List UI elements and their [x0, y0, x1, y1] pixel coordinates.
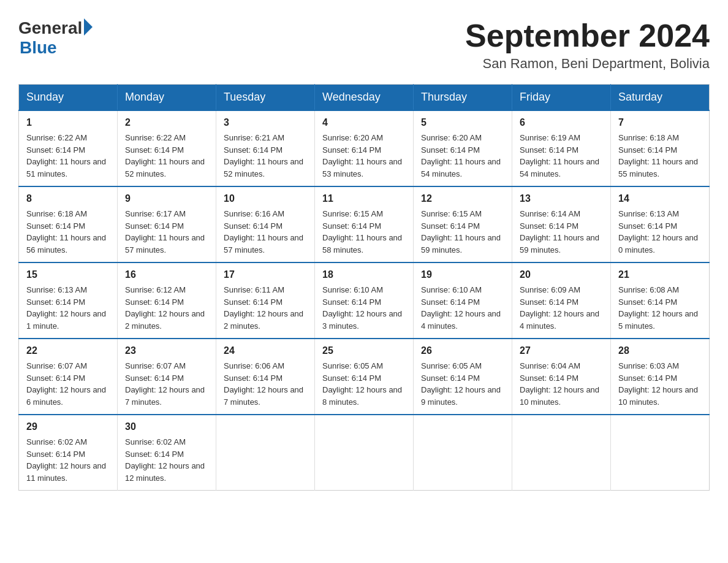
day-number: 2 [125, 117, 208, 128]
calendar-table: SundayMondayTuesdayWednesdayThursdayFrid… [18, 84, 710, 491]
day-info: Sunrise: 6:10 AMSunset: 6:14 PMDaylight:… [322, 284, 406, 332]
calendar-day-cell [512, 415, 611, 491]
day-info: Sunrise: 6:20 AMSunset: 6:14 PMDaylight:… [421, 132, 504, 180]
day-info: Sunrise: 6:02 AMSunset: 6:14 PMDaylight:… [125, 436, 208, 484]
day-number: 28 [618, 345, 702, 356]
calendar-day-cell: 14 Sunrise: 6:13 AMSunset: 6:14 PMDaylig… [611, 186, 710, 262]
calendar-day-cell: 5 Sunrise: 6:20 AMSunset: 6:14 PMDayligh… [414, 110, 512, 186]
day-info: Sunrise: 6:13 AMSunset: 6:14 PMDaylight:… [618, 208, 702, 256]
header-tuesday: Tuesday [216, 85, 315, 111]
calendar-day-cell: 10 Sunrise: 6:16 AMSunset: 6:14 PMDaylig… [216, 186, 315, 262]
day-info: Sunrise: 6:07 AMSunset: 6:14 PMDaylight:… [125, 360, 208, 408]
calendar-day-cell: 21 Sunrise: 6:08 AMSunset: 6:14 PMDaylig… [611, 262, 710, 339]
calendar-day-cell: 15 Sunrise: 6:13 AMSunset: 6:14 PMDaylig… [19, 262, 118, 339]
calendar-week-row: 8 Sunrise: 6:18 AMSunset: 6:14 PMDayligh… [19, 186, 710, 262]
day-number: 5 [421, 117, 504, 128]
calendar-day-cell: 26 Sunrise: 6:05 AMSunset: 6:14 PMDaylig… [414, 339, 512, 415]
header-wednesday: Wednesday [315, 85, 414, 111]
day-info: Sunrise: 6:03 AMSunset: 6:14 PMDaylight:… [618, 360, 702, 408]
header-monday: Monday [118, 85, 216, 111]
calendar-day-cell: 30 Sunrise: 6:02 AMSunset: 6:14 PMDaylig… [118, 415, 216, 491]
day-info: Sunrise: 6:13 AMSunset: 6:14 PMDaylight:… [26, 284, 110, 332]
calendar-day-cell: 28 Sunrise: 6:03 AMSunset: 6:14 PMDaylig… [611, 339, 710, 415]
day-number: 23 [125, 345, 208, 356]
day-number: 8 [26, 193, 110, 204]
calendar-day-cell: 16 Sunrise: 6:12 AMSunset: 6:14 PMDaylig… [118, 262, 216, 339]
day-info: Sunrise: 6:05 AMSunset: 6:14 PMDaylight:… [421, 360, 504, 408]
day-info: Sunrise: 6:18 AMSunset: 6:14 PMDaylight:… [26, 208, 110, 256]
calendar-day-cell [414, 415, 512, 491]
day-number: 15 [26, 269, 110, 280]
day-number: 25 [322, 345, 406, 356]
day-number: 9 [125, 193, 208, 204]
calendar-day-cell: 13 Sunrise: 6:14 AMSunset: 6:14 PMDaylig… [512, 186, 611, 262]
calendar-day-cell: 25 Sunrise: 6:05 AMSunset: 6:14 PMDaylig… [315, 339, 414, 415]
day-info: Sunrise: 6:06 AMSunset: 6:14 PMDaylight:… [224, 360, 307, 408]
calendar-day-cell: 2 Sunrise: 6:22 AMSunset: 6:14 PMDayligh… [118, 110, 216, 186]
day-number: 18 [322, 269, 406, 280]
day-number: 22 [26, 345, 110, 356]
calendar-day-cell: 7 Sunrise: 6:18 AMSunset: 6:14 PMDayligh… [611, 110, 710, 186]
day-info: Sunrise: 6:15 AMSunset: 6:14 PMDaylight:… [322, 208, 406, 256]
month-year-title: September 2024 [465, 18, 710, 53]
title-section: September 2024 San Ramon, Beni Departmen… [465, 18, 710, 72]
day-number: 20 [520, 269, 603, 280]
day-info: Sunrise: 6:02 AMSunset: 6:14 PMDaylight:… [26, 436, 110, 484]
calendar-day-cell: 11 Sunrise: 6:15 AMSunset: 6:14 PMDaylig… [315, 186, 414, 262]
day-number: 17 [224, 269, 307, 280]
day-info: Sunrise: 6:14 AMSunset: 6:14 PMDaylight:… [520, 208, 603, 256]
logo-arrow-icon [84, 18, 93, 36]
calendar-week-row: 15 Sunrise: 6:13 AMSunset: 6:14 PMDaylig… [19, 262, 710, 339]
day-info: Sunrise: 6:09 AMSunset: 6:14 PMDaylight:… [520, 284, 603, 332]
day-info: Sunrise: 6:08 AMSunset: 6:14 PMDaylight:… [618, 284, 702, 332]
calendar-day-cell: 23 Sunrise: 6:07 AMSunset: 6:14 PMDaylig… [118, 339, 216, 415]
day-info: Sunrise: 6:16 AMSunset: 6:14 PMDaylight:… [224, 208, 307, 256]
day-number: 29 [26, 421, 110, 432]
calendar-day-cell [611, 415, 710, 491]
day-info: Sunrise: 6:15 AMSunset: 6:14 PMDaylight:… [421, 208, 504, 256]
day-info: Sunrise: 6:19 AMSunset: 6:14 PMDaylight:… [520, 132, 603, 180]
calendar-day-cell: 9 Sunrise: 6:17 AMSunset: 6:14 PMDayligh… [118, 186, 216, 262]
calendar-day-cell: 17 Sunrise: 6:11 AMSunset: 6:14 PMDaylig… [216, 262, 315, 339]
header-friday: Friday [512, 85, 611, 111]
day-number: 16 [125, 269, 208, 280]
header-saturday: Saturday [611, 85, 710, 111]
day-info: Sunrise: 6:10 AMSunset: 6:14 PMDaylight:… [421, 284, 504, 332]
day-info: Sunrise: 6:21 AMSunset: 6:14 PMDaylight:… [224, 132, 307, 180]
page-header: General Blue September 2024 San Ramon, B… [18, 18, 710, 72]
calendar-week-row: 1 Sunrise: 6:22 AMSunset: 6:14 PMDayligh… [19, 110, 710, 186]
calendar-day-cell [216, 415, 315, 491]
logo-general: General [18, 18, 93, 38]
day-number: 4 [322, 117, 406, 128]
day-number: 26 [421, 345, 504, 356]
calendar-day-cell [315, 415, 414, 491]
logo-blue-text: Blue [20, 38, 57, 58]
calendar-day-cell: 4 Sunrise: 6:20 AMSunset: 6:14 PMDayligh… [315, 110, 414, 186]
calendar-week-row: 29 Sunrise: 6:02 AMSunset: 6:14 PMDaylig… [19, 415, 710, 491]
logo: General Blue [18, 18, 93, 58]
day-number: 30 [125, 421, 208, 432]
day-number: 3 [224, 117, 307, 128]
calendar-day-cell: 12 Sunrise: 6:15 AMSunset: 6:14 PMDaylig… [414, 186, 512, 262]
day-number: 10 [224, 193, 307, 204]
calendar-day-cell: 22 Sunrise: 6:07 AMSunset: 6:14 PMDaylig… [19, 339, 118, 415]
day-number: 13 [520, 193, 603, 204]
day-info: Sunrise: 6:18 AMSunset: 6:14 PMDaylight:… [618, 132, 702, 180]
calendar-day-cell: 3 Sunrise: 6:21 AMSunset: 6:14 PMDayligh… [216, 110, 315, 186]
calendar-day-cell: 8 Sunrise: 6:18 AMSunset: 6:14 PMDayligh… [19, 186, 118, 262]
location-subtitle: San Ramon, Beni Department, Bolivia [465, 56, 710, 72]
day-info: Sunrise: 6:17 AMSunset: 6:14 PMDaylight:… [125, 208, 208, 256]
calendar-day-cell: 20 Sunrise: 6:09 AMSunset: 6:14 PMDaylig… [512, 262, 611, 339]
day-number: 27 [520, 345, 603, 356]
calendar-header-row: SundayMondayTuesdayWednesdayThursdayFrid… [19, 85, 710, 111]
calendar-day-cell: 24 Sunrise: 6:06 AMSunset: 6:14 PMDaylig… [216, 339, 315, 415]
day-number: 19 [421, 269, 504, 280]
calendar-day-cell: 29 Sunrise: 6:02 AMSunset: 6:14 PMDaylig… [19, 415, 118, 491]
day-info: Sunrise: 6:22 AMSunset: 6:14 PMDaylight:… [125, 132, 208, 180]
calendar-week-row: 22 Sunrise: 6:07 AMSunset: 6:14 PMDaylig… [19, 339, 710, 415]
calendar-day-cell: 19 Sunrise: 6:10 AMSunset: 6:14 PMDaylig… [414, 262, 512, 339]
header-sunday: Sunday [19, 85, 118, 111]
day-number: 12 [421, 193, 504, 204]
calendar-day-cell: 18 Sunrise: 6:10 AMSunset: 6:14 PMDaylig… [315, 262, 414, 339]
header-thursday: Thursday [414, 85, 512, 111]
